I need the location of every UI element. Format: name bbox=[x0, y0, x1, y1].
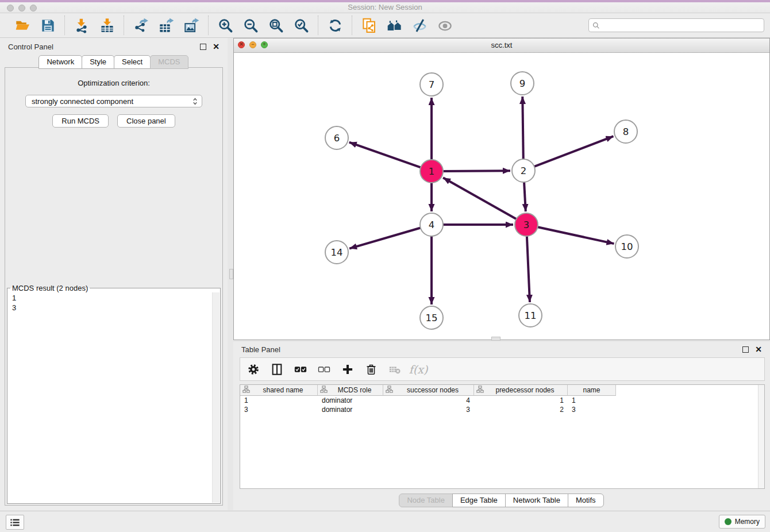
zoom-out-icon[interactable] bbox=[241, 16, 260, 34]
table-cell[interactable]: 3 bbox=[383, 405, 474, 414]
table-row[interactable]: 1dominator411 bbox=[240, 396, 764, 405]
unselect-all-columns-icon[interactable] bbox=[317, 362, 332, 377]
graph-node-1[interactable]: 1 bbox=[420, 160, 443, 183]
column-header-predecessor-nodes[interactable]: predecessor nodes bbox=[474, 385, 568, 396]
titlebar-accent bbox=[0, 0, 770, 2]
table-tabs: Node TableEdge TableNetwork TableMotifs bbox=[233, 494, 770, 507]
table-close-panel-icon[interactable]: ✕ bbox=[755, 346, 762, 353]
export-network-icon[interactable] bbox=[132, 16, 150, 34]
toolbar-group bbox=[124, 16, 208, 34]
run-mcds-button[interactable]: Run MCDS bbox=[52, 114, 109, 128]
apply-layout-icon[interactable] bbox=[326, 16, 344, 34]
search-box[interactable] bbox=[588, 18, 764, 32]
graph-node-11[interactable]: 11 bbox=[519, 304, 542, 327]
panel-divider-grip[interactable] bbox=[229, 269, 233, 279]
open-session-icon[interactable] bbox=[13, 16, 32, 34]
criterion-selected-value: strongly connected component bbox=[32, 97, 192, 106]
graph-node-4[interactable]: 4 bbox=[420, 213, 443, 236]
save-session-icon[interactable] bbox=[38, 16, 57, 34]
criterion-select[interactable]: strongly connected component bbox=[25, 95, 202, 107]
select-all-columns-icon[interactable] bbox=[293, 362, 308, 377]
hide-selected-icon[interactable] bbox=[410, 16, 429, 34]
zoom-selected-icon[interactable] bbox=[292, 16, 310, 34]
table-cell[interactable]: 3 bbox=[568, 405, 616, 414]
table-panel: Table Panel ✕ f(x) shared nameMCDS roles… bbox=[233, 342, 770, 510]
tab-edge-table[interactable]: Edge Table bbox=[452, 494, 506, 507]
network-overview-icon[interactable] bbox=[385, 16, 403, 34]
graph-edge-2-3[interactable] bbox=[524, 181, 526, 211]
close-panel-button[interactable]: Close panel bbox=[117, 114, 175, 128]
clone-network-icon[interactable] bbox=[360, 16, 378, 34]
graph-edge-2-8[interactable] bbox=[533, 136, 614, 167]
column-header-shared-name[interactable]: shared name bbox=[240, 385, 318, 396]
mcds-result-node[interactable]: 3 bbox=[12, 303, 209, 313]
graph-node-14[interactable]: 14 bbox=[325, 241, 348, 264]
tab-network-table[interactable]: Network Table bbox=[505, 494, 568, 507]
network-window-title: scc.txt bbox=[234, 41, 769, 49]
graph-node-8[interactable]: 8 bbox=[614, 120, 637, 143]
graph-node-3[interactable]: 3 bbox=[515, 213, 538, 236]
table-cell[interactable]: 1 bbox=[568, 396, 616, 405]
table-cell[interactable]: 3 bbox=[240, 405, 318, 414]
zoom-fit-icon[interactable] bbox=[267, 16, 285, 34]
close-panel-icon[interactable]: ✕ bbox=[213, 44, 220, 50]
network-canvas[interactable]: 7968124314101511 bbox=[234, 52, 769, 340]
table-cell[interactable]: 4 bbox=[383, 396, 474, 405]
graph-node-7[interactable]: 7 bbox=[420, 73, 443, 96]
network-graph: 7968124314101511 bbox=[234, 52, 769, 340]
graph-node-9[interactable]: 9 bbox=[511, 72, 534, 95]
graph-edge-3-10[interactable] bbox=[537, 227, 614, 244]
graph-edge-1-2[interactable] bbox=[442, 171, 510, 171]
graph-node-6[interactable]: 6 bbox=[325, 126, 348, 149]
export-image-icon[interactable] bbox=[182, 16, 201, 34]
show-panels-button[interactable] bbox=[6, 515, 24, 530]
tab-node-table[interactable]: Node Table bbox=[399, 494, 453, 507]
graph-edge-1-6[interactable] bbox=[349, 142, 422, 168]
settings-icon[interactable] bbox=[246, 362, 261, 377]
graph-node-label: 9 bbox=[519, 78, 526, 89]
graph-edge-3-11[interactable] bbox=[527, 235, 530, 302]
tab-mcds[interactable]: MCDS bbox=[150, 55, 188, 69]
column-header-name[interactable]: name bbox=[568, 385, 616, 396]
graph-node-label: 3 bbox=[523, 219, 530, 230]
tab-style[interactable]: Style bbox=[82, 55, 114, 69]
toolbar-group bbox=[318, 16, 352, 34]
create-column-icon[interactable] bbox=[340, 362, 355, 377]
panel-divider-grip-horizontal[interactable] bbox=[491, 337, 500, 341]
graph-node-15[interactable]: 15 bbox=[420, 306, 443, 329]
delete-table-icon bbox=[387, 362, 402, 377]
tab-network[interactable]: Network bbox=[38, 55, 82, 69]
mcds-result-list[interactable]: 13 bbox=[8, 292, 213, 503]
table-cell[interactable]: 1 bbox=[474, 396, 568, 405]
delete-columns-icon[interactable] bbox=[364, 362, 379, 377]
mcds-result-node[interactable]: 1 bbox=[12, 293, 209, 303]
tab-select[interactable]: Select bbox=[114, 55, 151, 69]
table-scrollbar[interactable] bbox=[758, 385, 764, 488]
graph-edge-4-14[interactable] bbox=[349, 228, 422, 249]
table-float-panel-icon[interactable] bbox=[742, 346, 749, 353]
result-scrollbar[interactable] bbox=[212, 292, 220, 503]
table-cell[interactable]: dominator bbox=[318, 396, 383, 405]
import-network-icon[interactable] bbox=[72, 16, 91, 34]
table-cell[interactable]: 2 bbox=[474, 405, 568, 414]
zoom-in-icon[interactable] bbox=[216, 16, 234, 34]
graph-node-10[interactable]: 10 bbox=[615, 235, 638, 258]
memory-button[interactable]: Memory bbox=[719, 515, 765, 529]
graph-edge-3-1[interactable] bbox=[443, 178, 517, 219]
show-columns-icon[interactable] bbox=[270, 362, 284, 377]
window-titlebar: Session: New Session bbox=[0, 0, 770, 13]
table-cell[interactable]: dominator bbox=[318, 405, 383, 414]
graph-node-2[interactable]: 2 bbox=[512, 159, 535, 182]
tab-motifs[interactable]: Motifs bbox=[568, 494, 604, 507]
table-row[interactable]: 3dominator323 bbox=[240, 405, 764, 414]
graph-edge-2-9[interactable] bbox=[522, 97, 523, 160]
status-bar: Memory bbox=[0, 511, 770, 532]
export-table-icon[interactable] bbox=[157, 16, 175, 34]
search-input[interactable] bbox=[602, 20, 760, 31]
table-header-row: shared nameMCDS rolesuccessor nodesprede… bbox=[240, 385, 764, 396]
float-panel-icon[interactable] bbox=[200, 44, 206, 50]
column-header-successor-nodes[interactable]: successor nodes bbox=[383, 385, 474, 396]
column-header-MCDS-role[interactable]: MCDS role bbox=[318, 385, 383, 396]
import-table-icon[interactable] bbox=[98, 16, 116, 34]
table-cell[interactable]: 1 bbox=[240, 396, 318, 405]
